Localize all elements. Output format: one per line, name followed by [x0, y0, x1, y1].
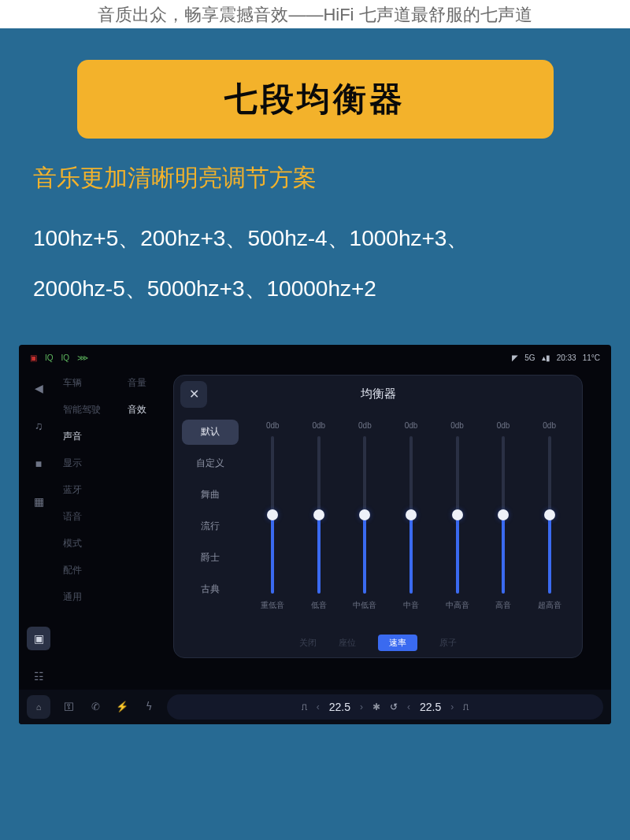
- phone-icon[interactable]: ✆: [87, 701, 104, 712]
- home-button[interactable]: ⌂: [27, 695, 50, 719]
- preset-classic[interactable]: 古典: [182, 577, 239, 602]
- camera-icon: ▣: [30, 353, 37, 362]
- equalizer-sliders: 0db 重低音 0db 低音 0db 中低音 0db 中音: [246, 413, 582, 629]
- foot-tab-2[interactable]: 座位: [339, 637, 356, 649]
- recirc-icon[interactable]: ↺: [390, 701, 398, 712]
- eq-band-7: 0db 超高音: [530, 421, 569, 618]
- bolt-icon[interactable]: ϟ: [140, 701, 158, 712]
- eq-slider-4[interactable]: [410, 436, 413, 594]
- band-db-4: 0db: [405, 421, 418, 430]
- preset-pop[interactable]: 流行: [182, 514, 239, 539]
- band-db-5: 0db: [450, 421, 464, 430]
- eq-line-1: 100hz+5、200hz+3、500hz-4、1000hz+3、: [33, 213, 597, 264]
- band-name-1: 重低音: [261, 600, 284, 611]
- climate-control[interactable]: ⎍ ‹ 22.5 › ✱ ↺ ‹ 22.5 › ⎍: [167, 694, 603, 720]
- foot-tab-3[interactable]: 速率: [378, 635, 417, 651]
- band-name-3: 中低音: [353, 600, 376, 611]
- left-nav-bar: ◀ ♫ ■ ▦ ▣ ☷: [22, 372, 55, 688]
- bottom-bar: ⌂ ⚿ ✆ ⚡ ϟ ⎍ ‹ 22.5 › ✱ ↺ ‹ 22.5 › ⎍: [19, 690, 611, 724]
- nav-video-icon[interactable]: ■: [27, 452, 50, 476]
- temp-left-value: 22.5: [329, 701, 350, 713]
- nav-apps-icon[interactable]: ▦: [27, 490, 50, 513]
- band-db-7: 0db: [543, 421, 556, 430]
- menu2-item-effect[interactable]: 音效: [128, 403, 167, 416]
- band-name-6: 高音: [495, 600, 511, 611]
- eq-slider-6[interactable]: [502, 436, 505, 594]
- equalizer-modal: ✕ 均衡器 默认 自定义 舞曲 流行 爵士 古典 0db 重低音 0db: [173, 375, 583, 658]
- preset-default[interactable]: 默认: [182, 420, 239, 445]
- close-button[interactable]: ✕: [180, 381, 207, 408]
- eq-line-2: 2000hz-5、5000hz+3、10000hz+2: [33, 264, 597, 314]
- nav-car-icon[interactable]: ▣: [27, 627, 50, 650]
- band-name-2: 低音: [311, 600, 327, 611]
- home-icon: ⌂: [36, 702, 42, 712]
- menu1-item-driving[interactable]: 智能驾驶: [63, 403, 120, 416]
- temp-left-up-icon[interactable]: ›: [360, 701, 363, 712]
- nav-music-icon[interactable]: ♫: [27, 414, 50, 438]
- status-time: 20:33: [557, 353, 576, 362]
- network-label: 5G: [524, 353, 535, 362]
- band-name-5: 中高音: [446, 600, 469, 611]
- status-iq-1: IQ: [45, 353, 54, 362]
- temp-right-value: 22.5: [420, 701, 441, 713]
- power-icon[interactable]: ⚡: [113, 701, 131, 712]
- status-sound-icon: ⋙: [77, 353, 88, 362]
- menu1-item-display[interactable]: 显示: [63, 457, 120, 470]
- menu2-item-volume[interactable]: 音量: [128, 376, 167, 390]
- band-name-7: 超高音: [538, 600, 561, 611]
- menu1-item-mode[interactable]: 模式: [63, 537, 120, 550]
- menu1-item-general[interactable]: 通用: [63, 590, 120, 604]
- close-icon: ✕: [189, 387, 199, 401]
- preset-custom[interactable]: 自定义: [182, 451, 239, 476]
- signal-icon: ▴▮: [542, 353, 550, 362]
- temp-right-down-icon[interactable]: ‹: [407, 701, 410, 712]
- eq-slider-5[interactable]: [456, 436, 459, 594]
- device-screenshot: ▣ IQ IQ ⋙ ◤ 5G ▴▮ 20:33 11°C ◀ ♫ ■ ▦ ▣ ☷…: [19, 345, 611, 724]
- seat-left-icon: ⎍: [302, 701, 307, 712]
- subtitle: 音乐更加清晰明亮调节方案: [33, 162, 597, 194]
- nav-arrow-icon[interactable]: ◀: [27, 376, 50, 400]
- eq-slider-7[interactable]: [548, 436, 551, 594]
- eq-band-3: 0db 中低音: [345, 421, 384, 618]
- lock-icon[interactable]: ⚿: [60, 701, 77, 712]
- menu1-item-accessory[interactable]: 配件: [63, 564, 120, 577]
- temp-right-up-icon[interactable]: ›: [450, 701, 454, 712]
- menu1-item-vehicle[interactable]: 车辆: [63, 376, 120, 390]
- fan-icon[interactable]: ✱: [372, 701, 380, 712]
- band-name-4: 中音: [403, 600, 419, 611]
- temp-left-down-icon[interactable]: ‹: [317, 701, 320, 712]
- menu1-item-sound[interactable]: 声音: [63, 430, 120, 443]
- eq-slider-1[interactable]: [271, 436, 274, 594]
- modal-title: 均衡器: [174, 387, 582, 401]
- eq-slider-2[interactable]: [317, 436, 321, 594]
- foot-tab-4[interactable]: 原子: [439, 637, 457, 649]
- menu1-item-voice[interactable]: 语音: [63, 510, 120, 524]
- menu1-item-bluetooth[interactable]: 蓝牙: [63, 483, 120, 497]
- preset-jazz[interactable]: 爵士: [182, 546, 239, 571]
- eq-band-2: 0db 低音: [299, 421, 339, 618]
- band-db-2: 0db: [313, 421, 326, 430]
- band-db-3: 0db: [358, 421, 372, 430]
- settings-menu-primary: 车辆 智能驾驶 声音 显示 蓝牙 语音 模式 配件 通用: [63, 376, 120, 604]
- preset-list: 默认 自定义 舞曲 流行 爵士 古典: [174, 413, 246, 629]
- status-iq-2: IQ: [61, 353, 70, 362]
- status-temp: 11°C: [583, 353, 600, 362]
- preset-dance[interactable]: 舞曲: [182, 483, 239, 508]
- page-top-caption: 音质出众，畅享震撼音效——HiFi 七声道最舒服的七声道: [0, 0, 630, 28]
- eq-band-4: 0db 中音: [391, 421, 431, 618]
- eq-band-5: 0db 中高音: [438, 421, 477, 618]
- eq-settings-text: 100hz+5、200hz+3、500hz-4、1000hz+3、 2000hz…: [33, 213, 597, 315]
- band-db-1: 0db: [266, 421, 280, 430]
- band-db-6: 0db: [497, 421, 510, 430]
- eq-band-1: 0db 重低音: [253, 421, 292, 618]
- nav-servers-icon[interactable]: ☷: [27, 664, 50, 688]
- location-icon: ◤: [512, 353, 518, 362]
- eq-slider-3[interactable]: [363, 436, 366, 594]
- seat-right-icon: ⎍: [463, 701, 469, 712]
- status-bar: ▣ IQ IQ ⋙ ◤ 5G ▴▮ 20:33 11°C: [19, 351, 611, 365]
- foot-tab-1[interactable]: 关闭: [299, 637, 317, 649]
- settings-menu-secondary: 音量 音效: [128, 376, 167, 416]
- banner-title: 七段均衡器: [77, 60, 554, 139]
- modal-footer-tabs: 关闭 座位 速率 原子: [174, 629, 582, 657]
- eq-band-6: 0db 高音: [484, 421, 523, 618]
